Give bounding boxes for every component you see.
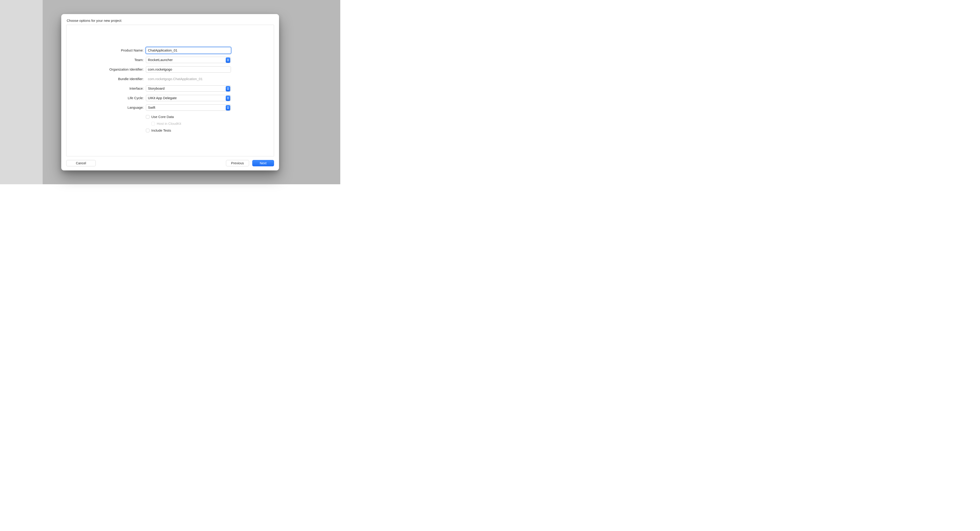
label-life-cycle: Life Cycle: [67, 96, 143, 100]
language-field-wrap: Swift [146, 104, 231, 111]
team-value: RocketLauncher [148, 58, 173, 62]
product-name-field-wrap [146, 47, 231, 54]
life-cycle-value: UIKit App Delegate [148, 96, 177, 100]
language-popup[interactable]: Swift [146, 104, 231, 111]
next-button-label: Next [260, 161, 267, 165]
label-bundle-identifier: Bundle Identifier: [67, 77, 143, 81]
org-identifier-field-wrap [146, 66, 231, 73]
label-team: Team: [67, 58, 143, 62]
include-tests-label: Include Tests [151, 128, 171, 132]
host-cloudkit-row: Host in CloudKit [151, 121, 231, 126]
label-org-identifier: Organization Identifier: [67, 67, 143, 71]
previous-button[interactable]: Previous [226, 160, 249, 166]
use-core-data-row[interactable]: Use Core Data [146, 114, 231, 120]
form-panel: Product Name: Team: RocketLauncher Organ… [66, 25, 274, 156]
checkbox-icon [146, 115, 150, 119]
updown-icon [226, 96, 230, 101]
new-project-options-dialog: Choose options for your new project: Pro… [61, 14, 279, 171]
team-field-wrap: RocketLauncher [146, 57, 231, 63]
team-popup[interactable]: RocketLauncher [146, 57, 231, 63]
checkbox-icon [146, 129, 150, 132]
cancel-button-label: Cancel [76, 161, 86, 165]
org-identifier-input[interactable] [146, 66, 231, 73]
include-tests-row[interactable]: Include Tests [146, 128, 231, 133]
previous-button-label: Previous [231, 161, 244, 165]
host-cloudkit-label: Host in CloudKit [157, 122, 181, 126]
dialog-button-bar: Cancel Previous Next [66, 160, 274, 166]
label-interface: Interface: [67, 86, 143, 90]
life-cycle-field-wrap: UIKit App Delegate [146, 95, 231, 101]
interface-value: Storyboard [148, 86, 164, 90]
form-grid: Product Name: Team: RocketLauncher Organ… [67, 47, 274, 133]
dialog-title: Choose options for your new project: [66, 19, 274, 22]
cancel-button[interactable]: Cancel [66, 160, 96, 166]
life-cycle-popup[interactable]: UIKit App Delegate [146, 95, 231, 101]
interface-popup[interactable]: Storyboard [146, 85, 231, 92]
use-core-data-label: Use Core Data [151, 115, 174, 119]
interface-field-wrap: Storyboard [146, 85, 231, 92]
next-button[interactable]: Next [252, 160, 274, 166]
backdrop-panel-left [0, 0, 43, 184]
label-product-name: Product Name: [67, 48, 143, 52]
bundle-identifier-value: com.rocketgogo.ChatApplication_01 [146, 76, 231, 82]
updown-icon [226, 57, 230, 63]
checkbox-column: Use Core Data Host in CloudKit Include T… [146, 114, 231, 133]
updown-icon [226, 86, 230, 91]
updown-icon [226, 105, 230, 110]
window-backdrop: Choose options for your new project: Pro… [0, 0, 340, 184]
label-language: Language: [67, 105, 143, 109]
product-name-input[interactable] [146, 47, 231, 54]
language-value: Swift [148, 105, 155, 109]
right-button-group: Previous Next [226, 160, 274, 166]
checkbox-icon [151, 122, 155, 126]
